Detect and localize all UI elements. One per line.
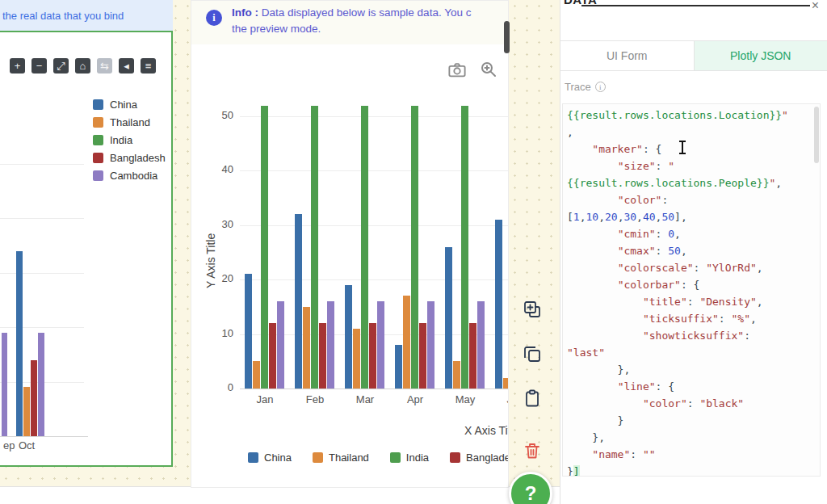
code-line: "name": ""	[567, 446, 818, 463]
tab-bar: UI Form Plotly JSON	[560, 40, 827, 71]
code-line: ,	[567, 124, 818, 141]
code-line: "cmin": 0,	[567, 225, 818, 242]
legend-swatch	[93, 99, 103, 110]
code-line: "showticksuffix":	[567, 327, 818, 344]
legend-label: China	[264, 452, 292, 464]
close-icon[interactable]: ×	[812, 0, 819, 13]
zoom-out-icon[interactable]: −	[31, 58, 47, 74]
legend-label: Bangladesh	[110, 152, 166, 164]
legend-item[interactable]: India	[390, 452, 429, 464]
bar-china-jun	[495, 220, 502, 388]
bar-cambodia-jan	[277, 301, 284, 388]
app: { "app": { "help_button": "?" }, "left_p…	[0, 0, 827, 504]
bar-china	[16, 251, 23, 436]
code-line: "colorbar": {	[567, 276, 818, 293]
y-tick-label: 20	[198, 272, 233, 286]
bottom-bar	[0, 486, 560, 504]
bar-cambodia-mar	[377, 301, 384, 388]
bar-india-feb	[311, 106, 318, 388]
left-chart-area[interactable]: epOct +−⤢⌂⇆◂≡ ChinaThailandIndiaBanglade…	[0, 31, 173, 467]
zoom-search-icon[interactable]	[478, 59, 499, 80]
left-chart-legend: ChinaThailandIndiaBangladeshCambodia	[93, 95, 166, 184]
zoom-in-icon[interactable]: +	[10, 58, 25, 74]
code-line: "size": "	[567, 158, 818, 174]
legend-swatch	[248, 452, 258, 463]
code-line: "line": {	[567, 378, 818, 395]
duplicate-widget-icon[interactable]	[522, 299, 543, 320]
paste-widget-icon[interactable]	[522, 388, 543, 409]
scrollbar-thumb[interactable]	[504, 21, 510, 53]
tab-ui-form[interactable]: UI Form	[560, 41, 695, 70]
header-underline	[581, 5, 810, 6]
widget-action-bar	[520, 299, 544, 461]
code-line: },	[567, 361, 818, 378]
menu-icon[interactable]: ≡	[141, 58, 156, 74]
bar-china-may	[445, 247, 452, 388]
text-cursor-pointer	[682, 141, 683, 153]
pan-icon[interactable]: ⇆	[97, 58, 112, 74]
legend-label: India	[110, 134, 132, 146]
legend-item[interactable]: Thailand	[313, 452, 369, 464]
bar-bangladesh-may	[469, 323, 476, 388]
legend-label: Cambodia	[110, 170, 157, 182]
bar-bangladesh	[31, 360, 37, 436]
left-chart-widget[interactable]: the real data that you bind epOct +−⤢⌂⇆◂…	[0, 0, 173, 467]
x-tick-label: Oct	[19, 439, 35, 452]
help-button[interactable]: ?	[509, 472, 552, 504]
gridline	[0, 327, 84, 328]
y-tick-label: 30	[198, 218, 233, 232]
code-line: "ticksuffix": "%",	[567, 310, 818, 327]
bar-thailand-apr	[403, 296, 410, 388]
copy-widget-icon[interactable]	[522, 343, 543, 364]
legend-item[interactable]: China	[248, 452, 292, 464]
x-tick-label: Apr	[390, 393, 440, 405]
x-tick-label: Jun	[490, 393, 509, 405]
legend-swatch	[313, 452, 323, 463]
bar-china-apr	[395, 345, 402, 388]
bar-india-apr	[411, 106, 418, 388]
legend-swatch	[450, 452, 460, 463]
autoscale-icon[interactable]: ⤢	[53, 58, 69, 74]
camera-icon[interactable]	[447, 59, 468, 80]
bar-china-mar	[345, 285, 352, 388]
code-line: [1,10,20,30,40,50],	[567, 208, 818, 225]
legend-item[interactable]: Bangladesh	[93, 149, 166, 166]
tab-plotly-json[interactable]: Plotly JSON	[695, 41, 827, 70]
code-line: {{result.rows.locations.Location}}"	[567, 107, 818, 124]
legend-item[interactable]: China	[93, 95, 166, 113]
select-icon[interactable]: ◂	[119, 58, 134, 74]
code-line: {{result.rows.locations.People}}",	[567, 174, 818, 191]
code-line: "cmax": 50,	[567, 242, 818, 259]
bar-thailand-jun	[503, 378, 509, 388]
bar-cambodia	[38, 333, 44, 436]
legend-label: China	[110, 99, 137, 111]
bar-cambodia-apr	[427, 301, 434, 388]
legend-swatch	[93, 117, 103, 128]
legend-item[interactable]: Cambodia	[93, 166, 166, 184]
trace-info-icon[interactable]: i	[595, 82, 606, 92]
chart-widget[interactable]: i Info : Data displayed below is sample …	[191, 0, 509, 488]
y-tick-label: 40	[198, 163, 233, 177]
code-line: }	[567, 412, 818, 429]
bar-bangladesh-jan	[269, 323, 276, 388]
legend-item[interactable]: Thailand	[93, 113, 166, 131]
bar-cambodia	[2, 333, 7, 436]
bar-thailand-may	[453, 361, 460, 388]
bar-india-mar	[361, 106, 368, 388]
plotly-modebar: +−⤢⌂⇆◂≡	[10, 58, 156, 74]
trash-icon[interactable]	[522, 440, 543, 461]
legend-item[interactable]: India	[93, 131, 166, 149]
bar-thailand-mar	[353, 329, 360, 388]
reset-home-icon[interactable]: ⌂	[75, 58, 90, 74]
x-tick-label: Feb	[290, 393, 340, 405]
y-tick-label: 0	[198, 381, 233, 395]
bar-china-feb	[295, 214, 302, 388]
left-info-banner: the real data that you bind	[0, 0, 173, 31]
bar-cambodia-may	[477, 301, 485, 388]
code-line: "color": "black"	[567, 395, 818, 412]
editor-scrollbar-thumb[interactable]	[814, 107, 819, 163]
legend-item[interactable]: Bangladesh	[450, 452, 509, 464]
main-chart-legend: ChinaThailandIndiaBangladeshCambodia	[248, 452, 509, 464]
bar-china-jan	[245, 274, 252, 388]
plotly-json-editor[interactable]: {{result.rows.locations.Location}}", "ma…	[562, 103, 821, 477]
